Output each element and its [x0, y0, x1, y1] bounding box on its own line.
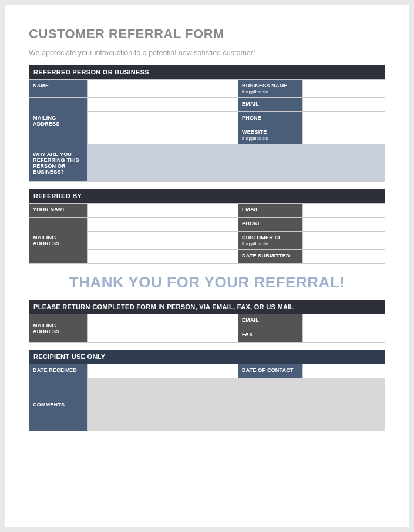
form-page: CUSTOMER REFERRAL FORM We appreciate you…: [5, 5, 409, 527]
label-custid: CUSTOMER ID if applicable: [238, 232, 303, 250]
page-title: CUSTOMER REFERRAL FORM: [29, 26, 385, 42]
label-contact: DATE OF CONTACT: [238, 364, 303, 378]
input-email3[interactable]: [303, 314, 385, 328]
input-website[interactable]: [303, 126, 385, 144]
input-fax[interactable]: [303, 328, 385, 343]
label-received: DATE RECEIVED: [29, 364, 88, 378]
label-email2: EMAIL: [238, 204, 303, 218]
input-mailing2-2[interactable]: [88, 232, 238, 250]
input-business[interactable]: [303, 80, 385, 98]
label-custid-text: CUSTOMER ID: [242, 235, 280, 240]
recipient-table: DATE RECEIVED DATE OF CONTACT COMMENTS: [29, 364, 385, 431]
input-mailing-3[interactable]: [88, 126, 238, 144]
label-email3: EMAIL: [238, 314, 303, 328]
thank-you-text: THANK YOU FOR YOUR REFERRAL!: [29, 273, 385, 292]
input-phone2[interactable]: [303, 218, 385, 232]
label-mailing2: MAILING ADDRESS: [29, 218, 88, 264]
label-email: EMAIL: [238, 98, 303, 112]
page-subtitle: We appreciate your introduction to a pot…: [29, 49, 385, 57]
input-mailing-2[interactable]: [88, 112, 238, 126]
input-mailing-1[interactable]: [88, 98, 238, 112]
input-mailing3-1[interactable]: [88, 314, 238, 328]
section-referred-header: REFERRED PERSON OR BUSINESS: [29, 65, 385, 79]
input-contact[interactable]: [303, 364, 385, 378]
section-recipient-header: RECIPIENT USE ONLY: [29, 350, 385, 364]
input-email2[interactable]: [303, 204, 385, 218]
input-custid[interactable]: [303, 232, 385, 250]
input-yourname[interactable]: [88, 204, 238, 218]
label-custid-sub: if applicable: [242, 241, 299, 246]
input-why[interactable]: [88, 144, 385, 182]
label-comments: COMMENTS: [29, 378, 88, 431]
section-return-header: PLEASE RETURN COMPLETED FORM IN PERSON, …: [29, 300, 385, 314]
referred-table: NAME BUSINESS NAME if applicable MAILING…: [29, 79, 385, 182]
label-business: BUSINESS NAME if applicable: [238, 80, 303, 98]
input-name[interactable]: [88, 80, 238, 98]
label-phone2: PHONE: [238, 218, 303, 232]
section-referredby-header: REFERRED BY: [29, 189, 385, 203]
label-website-sub: if applicable: [242, 135, 299, 141]
label-name: NAME: [29, 80, 88, 98]
input-phone[interactable]: [303, 112, 385, 126]
input-date[interactable]: [303, 250, 385, 264]
label-business-text: BUSINESS NAME: [242, 83, 288, 89]
return-table: MAILING ADDRESS EMAIL FAX: [29, 314, 385, 343]
label-why: WHY ARE YOU REFERRING THIS PERSON OR BUS…: [29, 144, 88, 182]
label-website-text: WEBSITE: [242, 129, 267, 135]
label-mailing3: MAILING ADDRESS: [29, 314, 88, 343]
label-fax: FAX: [238, 328, 303, 343]
label-website: WEBSITE if applicable: [238, 126, 303, 144]
input-comments[interactable]: [88, 378, 385, 431]
input-email[interactable]: [303, 98, 385, 112]
referredby-table: YOUR NAME EMAIL MAILING ADDRESS PHONE CU…: [29, 203, 385, 264]
input-mailing3-2[interactable]: [88, 328, 238, 343]
input-mailing2-3[interactable]: [88, 250, 238, 264]
label-yourname: YOUR NAME: [29, 204, 88, 218]
input-received[interactable]: [88, 364, 238, 378]
label-date: DATE SUBMITTED: [238, 250, 303, 264]
label-mailing: MAILING ADDRESS: [29, 98, 88, 144]
label-phone: PHONE: [238, 112, 303, 126]
input-mailing2-1[interactable]: [88, 218, 238, 232]
label-business-sub: if applicable: [242, 89, 299, 94]
